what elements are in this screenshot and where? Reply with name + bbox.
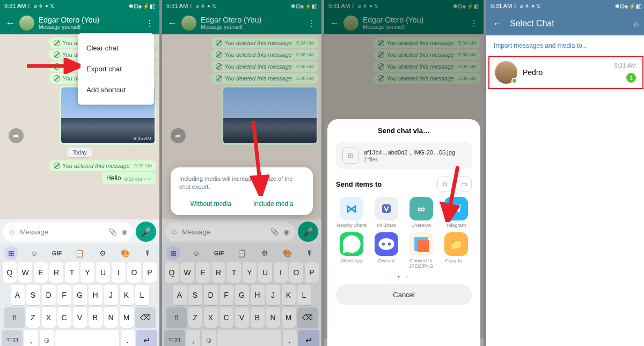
share-sheet: Send chat via… ⊞ af13b4…abd0d2，IMG-20…05… bbox=[327, 119, 480, 346]
without-media-button[interactable]: Without media bbox=[190, 200, 231, 208]
key-p[interactable]: P bbox=[143, 262, 157, 283]
deleted-message[interactable]: You deleted this message9:29 AM bbox=[49, 160, 156, 171]
key-w[interactable]: W bbox=[18, 262, 32, 283]
shift-key[interactable]: ⇧ bbox=[4, 307, 25, 328]
online-indicator bbox=[511, 78, 517, 84]
unread-badge: 1 bbox=[626, 73, 636, 83]
gif-button[interactable]: GIF bbox=[50, 246, 64, 260]
key-u[interactable]: U bbox=[96, 262, 110, 283]
camera-icon[interactable]: ◉ bbox=[121, 228, 127, 236]
screen-2-export-dialog: 9:31 AM☾ ⌀ ✈ ✦ 𝕏 ✽ ⊡ ◈ ⚡ ▮▯ ← Edgar Oter… bbox=[162, 0, 321, 346]
page-indicator: ● ○ bbox=[336, 274, 472, 279]
share-target-whatsapp[interactable]: WhatsApp bbox=[336, 232, 368, 269]
svg-point-6 bbox=[382, 242, 385, 246]
settings-icon[interactable]: ⚙ bbox=[96, 246, 109, 260]
key-h[interactable]: H bbox=[89, 285, 103, 305]
key-d[interactable]: D bbox=[42, 285, 56, 305]
file-summary[interactable]: ⊞ af13b4…abd0d2，IMG-20…05.jpg 2 files bbox=[336, 142, 472, 169]
key-b[interactable]: B bbox=[89, 307, 103, 328]
space-key[interactable] bbox=[55, 330, 119, 346]
clipboard-icon[interactable]: 📋 bbox=[73, 246, 87, 260]
apps-icon[interactable]: ⊞ bbox=[4, 246, 18, 260]
chat-header[interactable]: ← Edgar Otero (You) Message yourself ⋮ bbox=[0, 12, 159, 34]
key-g[interactable]: G bbox=[73, 285, 87, 305]
theme-icon[interactable]: 🎨 bbox=[119, 246, 133, 260]
avatar bbox=[495, 61, 517, 84]
chat-name: Pedro bbox=[523, 68, 637, 77]
share-target-telegram[interactable]: Telegram bbox=[440, 197, 472, 228]
chat-item-pedro[interactable]: Pedro 9:31 AM 1 bbox=[488, 56, 643, 89]
more-icon[interactable]: ⋮ bbox=[145, 18, 154, 28]
key-i[interactable]: I bbox=[112, 262, 126, 283]
attach-icon[interactable]: 📎 bbox=[108, 228, 117, 236]
key-v[interactable]: V bbox=[73, 307, 87, 328]
key-f[interactable]: F bbox=[57, 285, 71, 305]
svg-point-7 bbox=[388, 242, 391, 246]
status-bar: 9:31 AM☾ ⌀ ✈ ✦ 𝕏 ✽ ⊡ ◈ ⚡ ▮▯ bbox=[0, 0, 159, 12]
page-title: Select Chat bbox=[510, 19, 626, 28]
check-icon: ✓✓ bbox=[143, 176, 152, 182]
key-s[interactable]: S bbox=[26, 285, 40, 305]
forward-icon[interactable]: ➦ bbox=[9, 128, 24, 143]
telegram-header: ← Select Chat ⌕ bbox=[486, 12, 644, 35]
numeric-key[interactable]: ?123 bbox=[2, 330, 23, 346]
include-media-button[interactable]: Include media bbox=[253, 200, 294, 208]
key-e[interactable]: E bbox=[34, 262, 48, 283]
status-bar: 9:31 AM☾ ⌀ ✈ ✦ 𝕏 ✽ ⊡ ◈ ⚡ ▮▯ bbox=[486, 0, 644, 12]
export-chat-item[interactable]: Export chat bbox=[78, 58, 154, 79]
backspace-key[interactable]: ⌫ bbox=[135, 307, 156, 328]
share-target-shareme[interactable]: ∞ShareMe bbox=[406, 197, 437, 228]
clear-chat-item[interactable]: Clear chat bbox=[78, 38, 154, 58]
message-input[interactable]: ☺ Message 📎 ◉ bbox=[3, 222, 133, 241]
period-key[interactable]: . bbox=[121, 330, 135, 346]
svg-rect-9 bbox=[418, 240, 429, 252]
key-k[interactable]: K bbox=[120, 285, 134, 305]
key-c[interactable]: C bbox=[57, 307, 71, 328]
key-m[interactable]: M bbox=[120, 307, 134, 328]
key-row-1: QWERTYUIOP bbox=[2, 262, 157, 283]
file-names: af13b4…abd0d2，IMG-20…05.jpg bbox=[364, 149, 455, 157]
export-dialog: Including media will increase the size o… bbox=[171, 167, 313, 215]
dialog-text: Including media will increase the size o… bbox=[179, 175, 304, 192]
emoji-key[interactable]: ☺ bbox=[40, 330, 54, 346]
key-j[interactable]: J bbox=[104, 285, 118, 305]
key-row-2: ASDFGHJKL bbox=[2, 285, 157, 305]
key-y[interactable]: Y bbox=[80, 262, 94, 283]
contact-subtitle: Message yourself bbox=[39, 24, 141, 30]
share-target-discord[interactable]: Discord bbox=[371, 232, 402, 269]
key-t[interactable]: T bbox=[65, 262, 79, 283]
share-target-convert[interactable]: Convert to JPEG/PNG bbox=[406, 232, 437, 269]
back-icon[interactable]: ← bbox=[5, 18, 15, 29]
key-q[interactable]: Q bbox=[3, 262, 17, 283]
key-a[interactable]: A bbox=[11, 285, 25, 305]
key-l[interactable]: L bbox=[135, 285, 149, 305]
voice-icon[interactable]: 🎙 bbox=[141, 246, 155, 260]
block-icon bbox=[54, 75, 60, 82]
key-z[interactable]: Z bbox=[26, 307, 40, 328]
keyboard[interactable]: ⊞ ☺ GIF 📋 ⚙ 🎨 🎙 QWERTYUIOP ASDFGHJKL ⇧ Z… bbox=[0, 244, 159, 346]
import-label: Import messages and media to... bbox=[486, 35, 644, 56]
print-icon[interactable]: ⎙ bbox=[437, 176, 452, 192]
key-r[interactable]: R bbox=[49, 262, 63, 283]
share-target-nearby[interactable]: ⋈Nearby Share bbox=[336, 197, 368, 228]
contact-name: Edgar Otero (You) bbox=[39, 16, 141, 24]
screen-icon[interactable]: ▭ bbox=[457, 176, 472, 192]
screen-3-share-sheet: 9:31 AM☾ ⌀ ✈ ✦ 𝕏 ✽ ⊡ ◈ ⚡ ▮▯ ← Edgar Oter… bbox=[324, 0, 484, 346]
comma-key[interactable]: , bbox=[24, 330, 38, 346]
mic-button[interactable]: 🎤 bbox=[136, 222, 156, 242]
add-shortcut-item[interactable]: Add shortcut bbox=[78, 79, 154, 100]
share-target-mishare[interactable]: Mi Share bbox=[371, 197, 402, 228]
key-o[interactable]: O bbox=[127, 262, 141, 283]
key-n[interactable]: N bbox=[104, 307, 118, 328]
back-icon[interactable]: ← bbox=[493, 18, 502, 30]
text-message[interactable]: Hello9:31 AM ✓✓ bbox=[102, 172, 156, 184]
block-icon bbox=[54, 63, 60, 70]
key-x[interactable]: X bbox=[42, 307, 56, 328]
share-target-copyto[interactable]: 📁Copy to… bbox=[440, 232, 472, 269]
sticker-icon[interactable]: ☺ bbox=[27, 246, 41, 260]
enter-key[interactable]: ↵ bbox=[136, 330, 158, 346]
emoji-icon[interactable]: ☺ bbox=[9, 228, 16, 236]
avatar[interactable] bbox=[19, 16, 34, 31]
cancel-button[interactable]: Cancel bbox=[336, 284, 472, 305]
search-icon[interactable]: ⌕ bbox=[634, 19, 639, 28]
